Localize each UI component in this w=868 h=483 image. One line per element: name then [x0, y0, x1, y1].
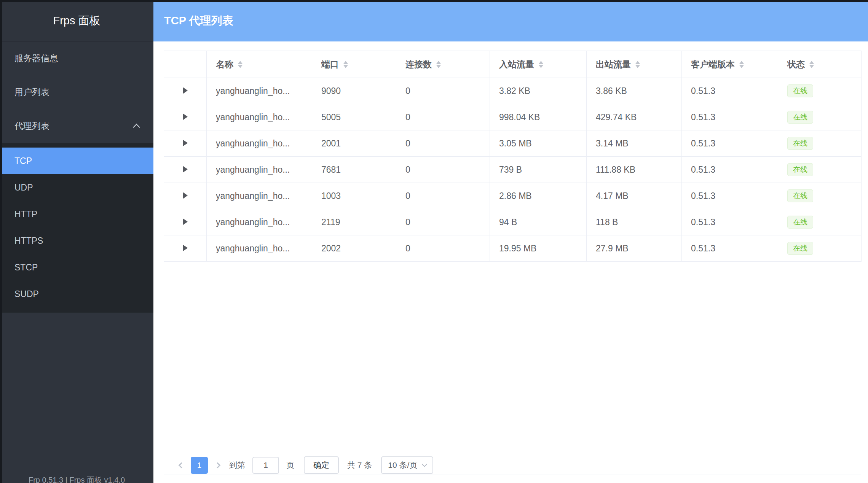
sort-caret-down-icon[interactable] — [436, 65, 441, 68]
sort-caret-down-icon[interactable] — [539, 65, 543, 68]
version-footer: Frp 0.51.3 | Frps 面板 v1.4.0 — [0, 475, 153, 483]
window-edge-top — [0, 0, 868, 2]
chevron-left-icon — [178, 462, 184, 468]
sort-control[interactable] — [809, 61, 814, 68]
sidebar-item-http[interactable]: HTTP — [0, 201, 153, 227]
prev-page-button[interactable] — [173, 456, 189, 474]
sort-caret-down-icon[interactable] — [739, 65, 744, 68]
sidebar-item-https[interactable]: HTTPS — [0, 227, 153, 254]
page-jump-input[interactable] — [252, 457, 279, 474]
sidebar-item-sudp[interactable]: SUDP — [0, 281, 153, 307]
column-header-status[interactable]: 状态 — [778, 51, 862, 78]
cell-traffic-out: 429.74 KB — [587, 104, 682, 130]
cell-name: yanghuanglin_ho... — [207, 235, 312, 262]
sort-caret-up-icon[interactable] — [539, 61, 543, 64]
sort-control[interactable] — [343, 61, 348, 68]
cell-traffic-in: 998.04 KB — [490, 104, 587, 130]
table-row: yanghuanglin_ho... 2001 0 3.05 MB 3.14 M… — [164, 130, 862, 157]
sort-control[interactable] — [739, 61, 744, 68]
column-header-label: 连接数 — [405, 59, 432, 70]
frps-dashboard: Frps 面板 服务器信息 用户列表 代理列表 TCP UDP HTTP HTT… — [0, 0, 868, 483]
sort-control[interactable] — [539, 61, 543, 68]
expand-row-icon[interactable] — [183, 192, 188, 199]
column-header-connections[interactable]: 连接数 — [396, 51, 490, 78]
column-header-client-version[interactable]: 客户端版本 — [682, 51, 778, 78]
sidebar-item-udp[interactable]: UDP — [0, 174, 153, 201]
table-row: yanghuanglin_ho... 2002 0 19.95 MB 27.9 … — [164, 235, 862, 262]
sort-caret-down-icon[interactable] — [809, 65, 814, 68]
sidebar-item-user-list[interactable]: 用户列表 — [0, 75, 153, 109]
cell-port: 2001 — [312, 130, 396, 157]
sidebar-item-tcp[interactable]: TCP — [0, 148, 153, 174]
cell-status: 在线 — [778, 183, 862, 209]
chevron-up-icon — [133, 124, 140, 130]
chevron-down-icon — [422, 461, 427, 467]
expand-row-icon[interactable] — [183, 87, 188, 94]
sort-caret-up-icon[interactable] — [739, 61, 744, 64]
page-number-button[interactable]: 1 — [191, 457, 208, 474]
sidebar-item-proxy-list[interactable]: 代理列表 — [0, 109, 153, 143]
sort-caret-down-icon[interactable] — [343, 65, 348, 68]
sidebar-item-label: 代理列表 — [14, 120, 134, 132]
cell-connections: 0 — [396, 104, 490, 130]
expand-row-icon[interactable] — [183, 245, 188, 251]
cell-port: 7681 — [312, 157, 396, 183]
confirm-button[interactable]: 确定 — [304, 456, 339, 474]
cell-connections: 0 — [396, 78, 490, 104]
cell-status: 在线 — [778, 235, 862, 262]
cell-name: yanghuanglin_ho... — [207, 209, 312, 235]
window-edge-left — [0, 0, 2, 483]
sidebar-item-stcp[interactable]: STCP — [0, 254, 153, 281]
column-header-label: 入站流量 — [499, 59, 534, 70]
cell-connections: 0 — [396, 157, 490, 183]
sort-control[interactable] — [238, 61, 243, 68]
sort-control[interactable] — [436, 61, 441, 68]
sidebar-item-server-info[interactable]: 服务器信息 — [0, 41, 153, 75]
total-count-label: 共 7 条 — [347, 460, 372, 470]
expand-row-icon[interactable] — [183, 140, 188, 146]
proxy-submenu: TCP UDP HTTP HTTPS STCP SUDP — [0, 143, 153, 313]
cell-status: 在线 — [778, 78, 862, 104]
column-header-label: 出站流量 — [596, 59, 631, 70]
sort-caret-down-icon[interactable] — [635, 65, 640, 68]
table-header-row: 名称 端口 连接数 入站流量 出站流量 客户端版本 状态 — [164, 51, 862, 78]
sort-caret-up-icon[interactable] — [436, 61, 441, 64]
table-row: yanghuanglin_ho... 9090 0 3.82 KB 3.86 K… — [164, 78, 862, 104]
sort-caret-up-icon[interactable] — [635, 61, 640, 64]
cell-traffic-out: 4.17 MB — [587, 183, 682, 209]
status-badge: 在线 — [787, 189, 813, 202]
cell-traffic-out: 3.14 MB — [587, 130, 682, 157]
column-header-traffic-in[interactable]: 入站流量 — [490, 51, 587, 78]
table-row: yanghuanglin_ho... 1003 0 2.86 MB 4.17 M… — [164, 183, 862, 209]
expand-row-icon[interactable] — [183, 166, 188, 173]
column-header-port[interactable]: 端口 — [312, 51, 396, 78]
sort-caret-down-icon[interactable] — [238, 65, 243, 68]
cell-name: yanghuanglin_ho... — [207, 157, 312, 183]
expand-row-icon[interactable] — [183, 113, 188, 120]
column-header-name[interactable]: 名称 — [207, 51, 312, 78]
page-unit-label: 页 — [286, 460, 294, 470]
sort-caret-up-icon[interactable] — [809, 61, 814, 64]
page-size-select[interactable]: 10 条/页 — [381, 456, 433, 474]
sort-caret-up-icon[interactable] — [343, 61, 348, 64]
cell-name: yanghuanglin_ho... — [207, 183, 312, 209]
sidebar-item-label: 用户列表 — [14, 86, 139, 98]
expand-row-icon[interactable] — [183, 218, 188, 225]
page-title: TCP 代理列表 — [164, 13, 233, 29]
page-size-value: 10 条/页 — [388, 460, 417, 470]
status-badge: 在线 — [787, 216, 813, 229]
column-header-label: 名称 — [216, 59, 233, 70]
sort-control[interactable] — [635, 61, 640, 68]
cell-traffic-in: 94 B — [490, 209, 587, 235]
table-row: yanghuanglin_ho... 2119 0 94 B 118 B 0.5… — [164, 209, 862, 235]
cell-connections: 0 — [396, 235, 490, 262]
cell-client-version: 0.51.3 — [682, 130, 778, 157]
cell-connections: 0 — [396, 130, 490, 157]
proxy-table: 名称 端口 连接数 入站流量 出站流量 客户端版本 状态 yanghuangli… — [164, 51, 862, 262]
column-header-label: 端口 — [321, 59, 339, 70]
cell-port: 1003 — [312, 183, 396, 209]
sort-caret-up-icon[interactable] — [238, 61, 243, 64]
status-badge: 在线 — [787, 137, 813, 150]
column-header-traffic-out[interactable]: 出站流量 — [587, 51, 682, 78]
next-page-button[interactable] — [209, 456, 225, 474]
